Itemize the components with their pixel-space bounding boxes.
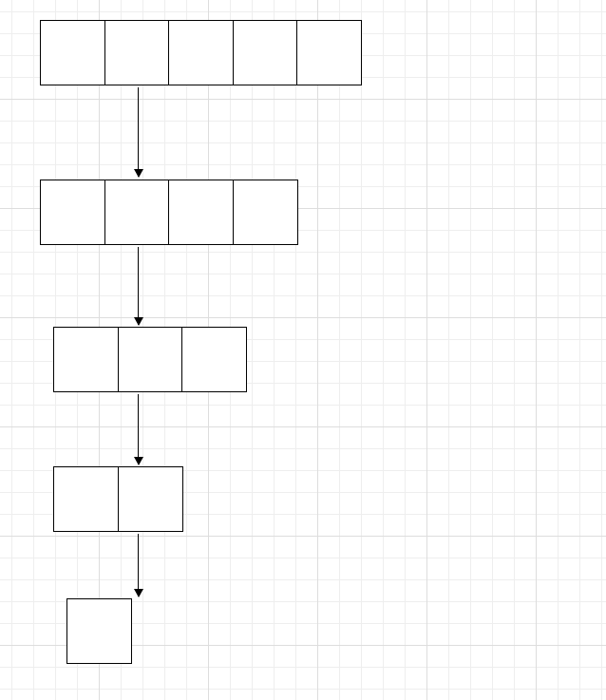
arrow-down-icon bbox=[138, 87, 139, 177]
box-cell bbox=[233, 180, 298, 245]
box-row bbox=[53, 327, 247, 392]
box-cell bbox=[53, 466, 119, 532]
arrow-down-icon bbox=[138, 247, 139, 325]
box-row bbox=[66, 598, 132, 664]
box-row bbox=[40, 20, 362, 85]
box-cell bbox=[118, 327, 183, 392]
box-cell bbox=[66, 598, 132, 664]
box-cell bbox=[104, 20, 170, 85]
box-cell bbox=[40, 20, 105, 85]
box-cell bbox=[168, 20, 234, 85]
box-cell bbox=[40, 180, 105, 245]
box-cell bbox=[168, 180, 234, 245]
box-cell bbox=[53, 327, 119, 392]
arrow-down-icon bbox=[138, 394, 139, 464]
diagram-canvas bbox=[0, 0, 606, 700]
box-row bbox=[53, 466, 183, 532]
box-row bbox=[40, 180, 298, 245]
box-cell bbox=[118, 466, 183, 532]
box-cell bbox=[104, 180, 170, 245]
box-cell bbox=[233, 20, 298, 85]
arrow-down-icon bbox=[138, 534, 139, 596]
box-cell bbox=[181, 327, 247, 392]
box-cell bbox=[296, 20, 362, 85]
